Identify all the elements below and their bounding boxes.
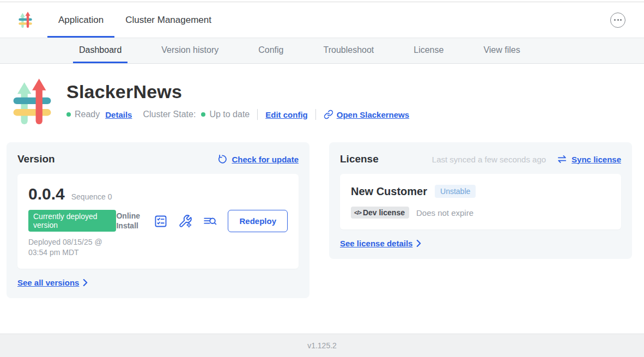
- app-status-text: Ready: [75, 110, 100, 119]
- edit-config-link[interactable]: Edit config: [265, 110, 308, 119]
- check-for-update-link[interactable]: Check for update: [232, 155, 299, 164]
- deployed-timestamp: Deployed 08/15/25 @ 03:54 pm MDT: [28, 237, 116, 258]
- tab-troubleshoot[interactable]: Troubleshoot: [317, 38, 380, 63]
- page-title: SlackerNews: [66, 81, 409, 102]
- cluster-state-value: Up to date: [209, 110, 250, 119]
- version-number: 0.0.4: [28, 185, 65, 203]
- tab-config[interactable]: Config: [252, 38, 289, 63]
- app-subnav: Dashboard Version history Config Trouble…: [0, 38, 644, 64]
- code-icon: </>: [354, 209, 361, 216]
- cluster-state-dot: [201, 112, 205, 117]
- divider: [315, 109, 316, 120]
- license-expiry-text: Does not expire: [416, 208, 473, 217]
- console-footer: v1.125.2: [0, 334, 644, 357]
- overflow-menu-button[interactable]: [610, 13, 625, 28]
- brand-logo[interactable]: [17, 2, 33, 38]
- open-app-link[interactable]: Open Slackernews: [324, 110, 409, 119]
- top-header: Application Cluster Management: [0, 2, 644, 38]
- refresh-icon: [217, 154, 227, 165]
- console-version: v1.125.2: [307, 341, 337, 350]
- license-card: License Last synced a few seconds ago Sy…: [329, 142, 632, 259]
- chevron-right-icon: [83, 279, 88, 286]
- cluster-state-label: Cluster State:: [143, 110, 196, 119]
- link-icon: [324, 110, 333, 119]
- customer-name: New Customer: [351, 185, 427, 198]
- license-type-badge: </> Dev license: [351, 207, 409, 219]
- dashboard-cards: Version Check for update 0.0.4 Sequence …: [0, 127, 644, 298]
- chevron-right-icon: [416, 240, 421, 247]
- version-card: Version Check for update 0.0.4 Sequence …: [7, 142, 309, 298]
- slackernews-app-icon: [10, 77, 54, 127]
- divider: [257, 109, 258, 120]
- sync-license-link[interactable]: Sync license: [572, 155, 621, 164]
- license-card-title: License: [340, 153, 379, 165]
- license-details-panel: New Customer Unstable </> Dev license Do…: [340, 174, 621, 229]
- checklist-icon: [154, 214, 168, 228]
- tab-license[interactable]: License: [408, 38, 449, 63]
- app-logo: [10, 77, 54, 127]
- wrench-gear-icon: [178, 214, 192, 228]
- last-synced-text: Last synced a few seconds ago: [432, 155, 546, 164]
- view-logs-button[interactable]: [203, 214, 217, 228]
- sequence-label: Sequence 0: [71, 192, 112, 201]
- tab-application[interactable]: Application: [47, 2, 114, 38]
- deployed-badge: Currently deployed version: [28, 210, 116, 232]
- tab-dashboard[interactable]: Dashboard: [73, 38, 127, 63]
- install-type-label: Online Install: [116, 211, 143, 231]
- slackernews-logo-icon: [17, 11, 33, 29]
- tab-cluster-management[interactable]: Cluster Management: [114, 2, 222, 38]
- current-version-panel: 0.0.4 Sequence 0 Currently deployed vers…: [17, 174, 299, 269]
- app-status-row: Ready Details Cluster State: Up to date …: [66, 109, 409, 120]
- log-search-icon: [203, 214, 217, 228]
- status-details-link[interactable]: Details: [105, 110, 132, 119]
- ellipsis-icon: [614, 19, 616, 21]
- tab-view-files[interactable]: View files: [477, 38, 526, 63]
- version-card-title: Version: [17, 153, 55, 165]
- tab-version-history[interactable]: Version history: [155, 38, 224, 63]
- preflight-checks-button[interactable]: [154, 214, 168, 228]
- see-all-versions-link[interactable]: See all versions: [17, 278, 79, 287]
- see-license-details-link[interactable]: See license details: [340, 239, 412, 248]
- configure-button[interactable]: [178, 214, 192, 228]
- sync-icon: [557, 155, 567, 164]
- redeploy-button[interactable]: Redeploy: [228, 210, 288, 232]
- primary-nav: Application Cluster Management: [47, 2, 222, 38]
- app-heading: SlackerNews Ready Details Cluster State:…: [0, 64, 644, 127]
- app-status-dot: [66, 112, 71, 117]
- channel-badge: Unstable: [435, 185, 476, 198]
